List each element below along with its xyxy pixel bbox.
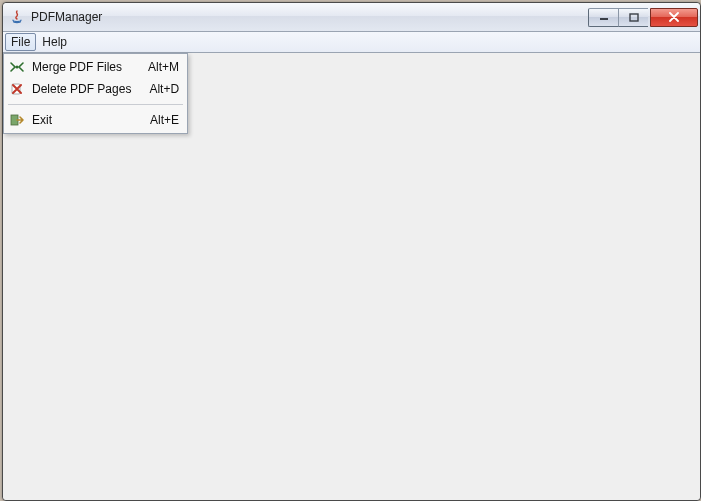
title-bar[interactable]: PDFManager (3, 3, 700, 32)
menu-separator (8, 104, 183, 105)
exit-icon (8, 112, 26, 128)
svg-point-2 (15, 65, 18, 68)
file-menu-dropdown: Merge PDF Files Alt+M Delete PDF Pages A… (3, 53, 188, 134)
menu-item-label: Exit (32, 113, 132, 127)
minimize-button[interactable] (588, 8, 618, 27)
menu-item-exit[interactable]: Exit Alt+E (6, 109, 185, 131)
app-window: PDFManager File Help (2, 2, 701, 501)
menu-file[interactable]: File (5, 33, 36, 51)
content-area: Merge PDF Files Alt+M Delete PDF Pages A… (3, 53, 700, 500)
menu-help[interactable]: Help (36, 32, 73, 52)
close-button[interactable] (650, 8, 698, 27)
menu-item-label: Merge PDF Files (32, 60, 130, 74)
svg-rect-1 (630, 14, 638, 21)
maximize-button[interactable] (618, 8, 648, 27)
menu-bar: File Help (3, 32, 700, 53)
java-app-icon (9, 9, 25, 25)
menu-item-accelerator: Alt+E (150, 113, 179, 127)
menu-item-delete-pages[interactable]: Delete PDF Pages Alt+D (6, 78, 185, 100)
delete-icon (8, 81, 26, 97)
menu-help-label: Help (42, 35, 67, 49)
maximize-icon (629, 13, 639, 22)
window-title: PDFManager (31, 10, 588, 24)
menu-item-accelerator: Alt+D (149, 82, 179, 96)
close-icon (668, 12, 680, 22)
merge-icon (8, 59, 26, 75)
window-controls (588, 8, 698, 27)
svg-rect-0 (600, 18, 608, 20)
menu-item-label: Delete PDF Pages (32, 82, 131, 96)
menu-item-merge-pdf[interactable]: Merge PDF Files Alt+M (6, 56, 185, 78)
menu-item-accelerator: Alt+M (148, 60, 179, 74)
menu-file-label: File (11, 35, 30, 49)
minimize-icon (599, 13, 609, 21)
